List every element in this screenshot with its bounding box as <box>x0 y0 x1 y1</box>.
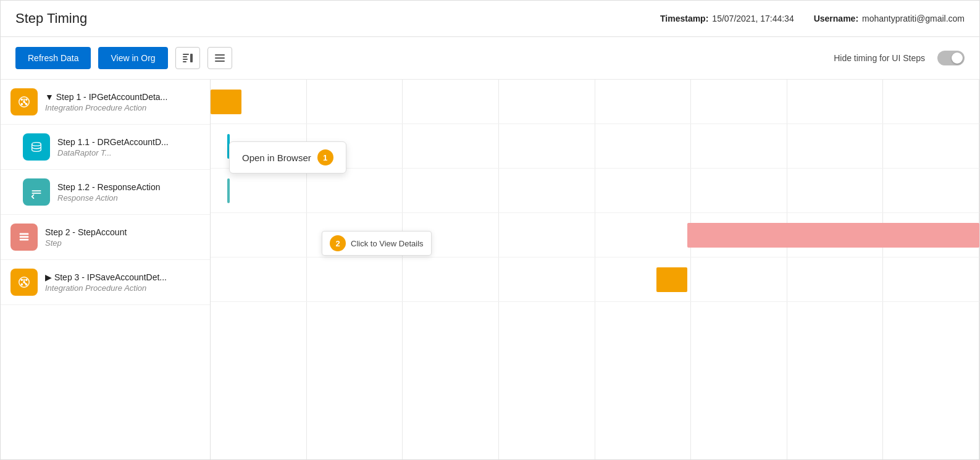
step-row[interactable]: Step 1.2 - ResponseActionResponse Action <box>1 170 210 215</box>
step-icon <box>10 224 38 251</box>
header-meta: Timestamp: 15/07/2021, 17:44:34 Username… <box>660 14 965 23</box>
click-view-text: Click to View Details <box>351 239 424 248</box>
timeline-row <box>211 80 979 124</box>
svg-rect-7 <box>215 61 225 62</box>
svg-point-9 <box>21 99 23 101</box>
username-label: Username: <box>814 14 858 23</box>
step-icon <box>23 133 50 161</box>
svg-rect-2 <box>183 59 188 60</box>
step-name: Step 2 - StepAccount <box>45 227 200 237</box>
step-row[interactable]: ▼ Step 1 - IPGetAccountDeta...Integratio… <box>1 80 210 125</box>
list-view-button[interactable] <box>207 47 232 69</box>
svg-point-20 <box>25 279 28 282</box>
timeline-inner: Open in Browser 1 2 Click to View Detail… <box>211 80 979 459</box>
svg-point-23 <box>23 281 25 283</box>
timeline-row <box>211 169 979 213</box>
svg-point-14 <box>32 143 41 146</box>
step-name: ▼ Step 1 - IPGetAccountDeta... <box>45 92 200 102</box>
step-icon <box>23 178 50 206</box>
timeline-bar[interactable] <box>687 223 979 248</box>
toolbar: Refresh Data View in Org Hide timing for… <box>1 37 979 80</box>
svg-rect-16 <box>20 236 29 238</box>
svg-rect-6 <box>215 57 225 59</box>
step-type: Response Action <box>57 193 200 203</box>
step-info: ▼ Step 1 - IPGetAccountDeta...Integratio… <box>45 92 200 112</box>
page-title: Step Timing <box>15 10 660 27</box>
step-info: ▶ Step 3 - IPSaveAccountDet...Integratio… <box>45 272 200 293</box>
step-type: Integration Procedure Action <box>45 103 200 112</box>
step-type: Integration Procedure Action <box>45 283 200 293</box>
timestamp-label: Timestamp: <box>660 14 708 23</box>
list-icon <box>214 52 225 64</box>
svg-point-21 <box>21 283 23 286</box>
svg-rect-17 <box>20 239 29 241</box>
svg-rect-3 <box>183 61 186 62</box>
hide-timing-toggle[interactable] <box>937 51 965 65</box>
svg-rect-15 <box>20 233 29 235</box>
svg-point-22 <box>25 283 28 286</box>
svg-rect-4 <box>190 54 193 62</box>
timeline-bar[interactable] <box>656 267 687 292</box>
timeline: Open in Browser 1 2 Click to View Detail… <box>211 80 979 459</box>
step-row[interactable]: ▶ Step 3 - IPSaveAccountDet...Integratio… <box>1 260 210 305</box>
step-row[interactable]: Step 1.1 - DRGetAccountD...DataRaptor T.… <box>1 125 210 170</box>
step-info: Step 1.1 - DRGetAccountD...DataRaptor T.… <box>57 137 200 157</box>
timestamp-item: Timestamp: 15/07/2021, 17:44:34 <box>660 14 794 23</box>
svg-rect-1 <box>183 56 187 57</box>
svg-point-13 <box>23 101 25 103</box>
step-type: Step <box>45 238 200 248</box>
svg-point-19 <box>21 279 23 282</box>
tree-view-button[interactable] <box>175 47 200 69</box>
open-in-browser-tooltip[interactable]: Open in Browser 1 <box>229 141 346 174</box>
username-value: mohantypratiti@gmail.com <box>862 14 965 23</box>
hide-timing-label: Hide timing for UI Steps <box>834 53 925 63</box>
svg-point-12 <box>25 103 28 106</box>
step-row[interactable]: Step 2 - StepAccountStep <box>1 215 210 260</box>
view-in-org-button[interactable]: View in Org <box>98 47 167 69</box>
step-icon <box>10 269 38 296</box>
tree-icon <box>182 52 193 64</box>
refresh-data-button[interactable]: Refresh Data <box>15 47 91 69</box>
svg-point-10 <box>25 99 28 101</box>
step-name: Step 1.2 - ResponseAction <box>57 182 200 192</box>
step-icon <box>10 88 38 115</box>
header: Step Timing Timestamp: 15/07/2021, 17:44… <box>1 1 979 37</box>
click-view-badge: 2 <box>330 235 346 251</box>
main-content: ▼ Step 1 - IPGetAccountDeta...Integratio… <box>1 80 979 459</box>
steps-list: ▼ Step 1 - IPGetAccountDeta...Integratio… <box>1 80 211 459</box>
open-browser-badge: 1 <box>317 149 333 165</box>
open-browser-text: Open in Browser <box>242 153 311 163</box>
step-info: Step 1.2 - ResponseActionResponse Action <box>57 182 200 203</box>
timeline-row <box>211 257 979 302</box>
timeline-bar[interactable] <box>227 178 230 203</box>
click-view-tooltip[interactable]: 2 Click to View Details <box>322 231 432 256</box>
step-name: ▶ Step 3 - IPSaveAccountDet... <box>45 272 200 282</box>
timeline-rows <box>211 80 979 459</box>
timestamp-value: 15/07/2021, 17:44:34 <box>712 14 794 23</box>
svg-rect-0 <box>183 54 189 55</box>
svg-point-11 <box>21 103 23 106</box>
step-info: Step 2 - StepAccountStep <box>45 227 200 248</box>
timeline-bar[interactable] <box>211 90 241 114</box>
step-type: DataRaptor T... <box>57 148 200 157</box>
svg-rect-5 <box>215 54 225 56</box>
username-item: Username: mohantypratiti@gmail.com <box>814 14 965 23</box>
step-name: Step 1.1 - DRGetAccountD... <box>57 137 200 147</box>
